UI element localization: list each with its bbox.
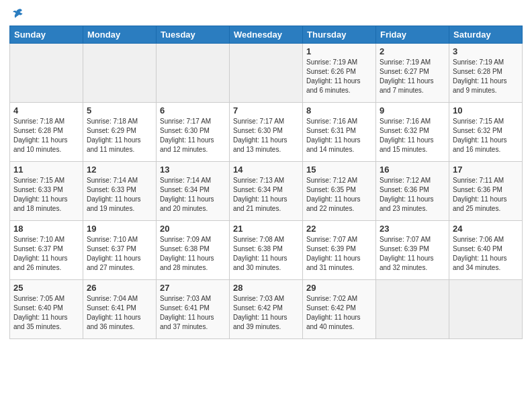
day-cell: 20Sunrise: 7:09 AM Sunset: 6:38 PM Dayli… <box>157 221 230 280</box>
week-row-4: 18Sunrise: 7:10 AM Sunset: 6:37 PM Dayli… <box>10 221 523 280</box>
day-cell: 14Sunrise: 7:13 AM Sunset: 6:34 PM Dayli… <box>230 162 303 221</box>
day-number: 24 <box>453 224 519 234</box>
day-info: Sunrise: 7:10 AM Sunset: 6:37 PM Dayligh… <box>87 235 152 273</box>
day-cell: 3Sunrise: 7:19 AM Sunset: 6:28 PM Daylig… <box>449 44 523 103</box>
day-cell: 16Sunrise: 7:12 AM Sunset: 6:36 PM Dayli… <box>376 162 449 221</box>
day-info: Sunrise: 7:19 AM Sunset: 6:26 PM Dayligh… <box>306 58 372 95</box>
day-cell: 23Sunrise: 7:07 AM Sunset: 6:39 PM Dayli… <box>376 221 449 280</box>
day-cell: 11Sunrise: 7:15 AM Sunset: 6:33 PM Dayli… <box>10 162 83 221</box>
day-cell <box>83 44 157 103</box>
day-number: 12 <box>87 165 152 175</box>
day-number: 14 <box>233 165 299 175</box>
calendar-table: SundayMondayTuesdayWednesdayThursdayFrid… <box>9 26 523 339</box>
day-cell <box>376 280 449 339</box>
day-info: Sunrise: 7:19 AM Sunset: 6:27 PM Dayligh… <box>380 58 445 95</box>
day-info: Sunrise: 7:15 AM Sunset: 6:32 PM Dayligh… <box>453 117 519 154</box>
day-number: 11 <box>13 165 79 175</box>
page: SundayMondayTuesdayWednesdayThursdayFrid… <box>0 0 532 411</box>
logo-bird-icon <box>11 7 24 20</box>
day-info: Sunrise: 7:14 AM Sunset: 6:33 PM Dayligh… <box>87 176 152 214</box>
day-number: 23 <box>380 224 445 234</box>
header-day-thursday: Thursday <box>303 26 376 44</box>
day-info: Sunrise: 7:10 AM Sunset: 6:37 PM Dayligh… <box>13 235 79 273</box>
day-number: 4 <box>13 105 79 116</box>
header-row: SundayMondayTuesdayWednesdayThursdayFrid… <box>10 26 523 44</box>
day-info: Sunrise: 7:08 AM Sunset: 6:38 PM Dayligh… <box>233 235 299 273</box>
day-info: Sunrise: 7:07 AM Sunset: 6:39 PM Dayligh… <box>306 235 372 273</box>
day-cell: 10Sunrise: 7:15 AM Sunset: 6:32 PM Dayli… <box>449 103 523 162</box>
header-day-saturday: Saturday <box>449 26 523 44</box>
day-number: 21 <box>233 224 299 234</box>
day-cell: 26Sunrise: 7:04 AM Sunset: 6:41 PM Dayli… <box>83 280 157 339</box>
day-cell <box>157 44 230 103</box>
day-cell: 19Sunrise: 7:10 AM Sunset: 6:37 PM Dayli… <box>83 221 157 280</box>
day-cell: 9Sunrise: 7:16 AM Sunset: 6:32 PM Daylig… <box>376 103 449 162</box>
day-info: Sunrise: 7:14 AM Sunset: 6:34 PM Dayligh… <box>160 176 226 214</box>
header-day-monday: Monday <box>83 26 157 44</box>
day-number: 5 <box>87 105 152 116</box>
day-number: 17 <box>453 165 519 175</box>
day-cell: 21Sunrise: 7:08 AM Sunset: 6:38 PM Dayli… <box>230 221 303 280</box>
day-cell: 5Sunrise: 7:18 AM Sunset: 6:29 PM Daylig… <box>83 103 157 162</box>
day-cell <box>230 44 303 103</box>
day-number: 20 <box>160 224 226 234</box>
day-number: 10 <box>453 105 519 116</box>
day-number: 6 <box>160 105 226 116</box>
day-cell: 17Sunrise: 7:11 AM Sunset: 6:36 PM Dayli… <box>449 162 523 221</box>
week-row-1: 1Sunrise: 7:19 AM Sunset: 6:26 PM Daylig… <box>10 44 523 103</box>
logo <box>9 7 26 20</box>
day-number: 2 <box>380 46 445 56</box>
day-cell <box>449 280 523 339</box>
day-info: Sunrise: 7:07 AM Sunset: 6:39 PM Dayligh… <box>380 235 445 273</box>
day-cell: 15Sunrise: 7:12 AM Sunset: 6:35 PM Dayli… <box>303 162 376 221</box>
day-cell: 7Sunrise: 7:17 AM Sunset: 6:30 PM Daylig… <box>230 103 303 162</box>
day-info: Sunrise: 7:12 AM Sunset: 6:35 PM Dayligh… <box>306 176 372 214</box>
week-row-3: 11Sunrise: 7:15 AM Sunset: 6:33 PM Dayli… <box>10 162 523 221</box>
day-info: Sunrise: 7:13 AM Sunset: 6:34 PM Dayligh… <box>233 176 299 214</box>
day-number: 16 <box>380 165 445 175</box>
day-info: Sunrise: 7:16 AM Sunset: 6:31 PM Dayligh… <box>306 117 372 154</box>
day-number: 28 <box>233 283 299 293</box>
header-day-sunday: Sunday <box>10 26 83 44</box>
day-cell: 12Sunrise: 7:14 AM Sunset: 6:33 PM Dayli… <box>83 162 157 221</box>
header <box>9 7 523 20</box>
logo-area <box>9 7 26 20</box>
day-number: 25 <box>13 283 79 293</box>
day-info: Sunrise: 7:06 AM Sunset: 6:40 PM Dayligh… <box>453 235 519 273</box>
day-cell: 13Sunrise: 7:14 AM Sunset: 6:34 PM Dayli… <box>157 162 230 221</box>
day-number: 9 <box>380 105 445 116</box>
day-cell: 22Sunrise: 7:07 AM Sunset: 6:39 PM Dayli… <box>303 221 376 280</box>
day-info: Sunrise: 7:04 AM Sunset: 6:41 PM Dayligh… <box>87 294 152 332</box>
day-number: 7 <box>233 105 299 116</box>
day-info: Sunrise: 7:02 AM Sunset: 6:42 PM Dayligh… <box>306 294 372 332</box>
week-row-5: 25Sunrise: 7:05 AM Sunset: 6:40 PM Dayli… <box>10 280 523 339</box>
day-number: 15 <box>306 165 372 175</box>
day-cell: 25Sunrise: 7:05 AM Sunset: 6:40 PM Dayli… <box>10 280 83 339</box>
day-number: 3 <box>453 46 519 56</box>
day-cell: 4Sunrise: 7:18 AM Sunset: 6:28 PM Daylig… <box>10 103 83 162</box>
day-number: 13 <box>160 165 226 175</box>
day-cell: 24Sunrise: 7:06 AM Sunset: 6:40 PM Dayli… <box>449 221 523 280</box>
day-cell: 18Sunrise: 7:10 AM Sunset: 6:37 PM Dayli… <box>10 221 83 280</box>
day-cell <box>10 44 83 103</box>
week-row-2: 4Sunrise: 7:18 AM Sunset: 6:28 PM Daylig… <box>10 103 523 162</box>
header-day-wednesday: Wednesday <box>230 26 303 44</box>
day-cell: 27Sunrise: 7:03 AM Sunset: 6:41 PM Dayli… <box>157 280 230 339</box>
day-info: Sunrise: 7:18 AM Sunset: 6:29 PM Dayligh… <box>87 117 152 154</box>
day-cell: 2Sunrise: 7:19 AM Sunset: 6:27 PM Daylig… <box>376 44 449 103</box>
day-cell: 6Sunrise: 7:17 AM Sunset: 6:30 PM Daylig… <box>157 103 230 162</box>
day-info: Sunrise: 7:17 AM Sunset: 6:30 PM Dayligh… <box>233 117 299 154</box>
day-cell: 1Sunrise: 7:19 AM Sunset: 6:26 PM Daylig… <box>303 44 376 103</box>
day-info: Sunrise: 7:19 AM Sunset: 6:28 PM Dayligh… <box>453 58 519 95</box>
day-number: 27 <box>160 283 226 293</box>
day-info: Sunrise: 7:12 AM Sunset: 6:36 PM Dayligh… <box>380 176 445 214</box>
day-info: Sunrise: 7:16 AM Sunset: 6:32 PM Dayligh… <box>380 117 445 154</box>
day-info: Sunrise: 7:05 AM Sunset: 6:40 PM Dayligh… <box>13 294 79 332</box>
day-info: Sunrise: 7:03 AM Sunset: 6:41 PM Dayligh… <box>160 294 226 332</box>
day-cell: 29Sunrise: 7:02 AM Sunset: 6:42 PM Dayli… <box>303 280 376 339</box>
day-number: 1 <box>306 46 372 56</box>
day-number: 26 <box>87 283 152 293</box>
day-info: Sunrise: 7:17 AM Sunset: 6:30 PM Dayligh… <box>160 117 226 154</box>
day-cell: 28Sunrise: 7:03 AM Sunset: 6:42 PM Dayli… <box>230 280 303 339</box>
day-number: 8 <box>306 105 372 116</box>
